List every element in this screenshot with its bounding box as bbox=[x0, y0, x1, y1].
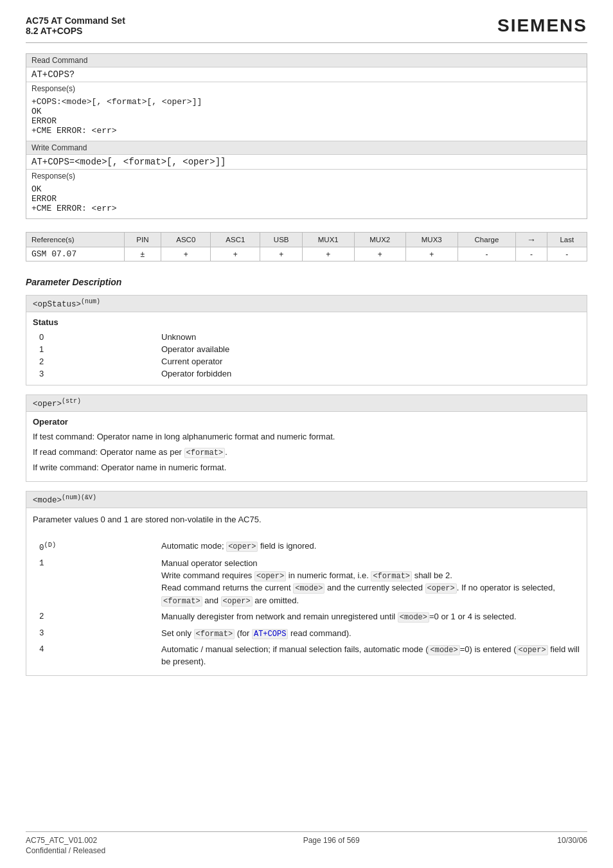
ref-col-asc0: ASC0 bbox=[161, 233, 211, 247]
ref-cell-mux2: + bbox=[354, 247, 406, 261]
ref-cell-charge: - bbox=[458, 247, 516, 261]
table-row: 1 Manual operator selection Write comman… bbox=[33, 556, 580, 609]
mode-desc-4: Automatic / manual selection; if manual … bbox=[161, 642, 580, 670]
ref-col-name: Reference(s) bbox=[26, 233, 125, 247]
command-table: Read Command AT+COPS? Response(s) +COPS:… bbox=[26, 53, 587, 219]
ref-col-arrow: → bbox=[516, 233, 547, 247]
ref-cell-asc0: + bbox=[161, 247, 211, 261]
opstatus-val-2: 2 bbox=[33, 355, 161, 368]
doc-title: AC75 AT Command Set bbox=[26, 15, 125, 26]
mode-val-4: 4 bbox=[33, 642, 161, 670]
opstatus-val-0: 0 bbox=[33, 331, 161, 343]
table-row: 1 Operator available bbox=[33, 343, 580, 355]
param-oper-desc-3: If write command: Operator name in numer… bbox=[33, 461, 580, 474]
param-mode-header: <mode>(num)(&V) bbox=[26, 492, 587, 508]
opstatus-val-3: 3 bbox=[33, 368, 161, 380]
table-row: 0(D) Automatic mode; <oper> field is ign… bbox=[33, 538, 580, 556]
header-divider bbox=[26, 42, 587, 43]
param-mode-block: <mode>(num)(&V) Parameter values 0 and 1… bbox=[26, 491, 587, 676]
mode-val-2: 2 bbox=[33, 609, 161, 625]
ref-col-charge: Charge bbox=[458, 233, 516, 247]
header-right: SIEMENS bbox=[497, 15, 587, 36]
mode-val-1: 1 bbox=[33, 556, 161, 609]
mode-desc-1: Manual operator selection Write command … bbox=[161, 556, 580, 609]
read-response-block: +COPS:<mode>[, <format>[, <oper>]] OK ER… bbox=[26, 95, 587, 141]
mode-table: 0(D) Automatic mode; <oper> field is ign… bbox=[33, 538, 580, 670]
footer-status: Confidential / Released bbox=[26, 846, 105, 855]
table-row: 4 Automatic / manual selection; if manua… bbox=[33, 642, 580, 670]
param-opstatus-subtitle: Status bbox=[33, 317, 580, 327]
opstatus-desc-0: Unknown bbox=[161, 331, 580, 343]
table-row: 2 Current operator bbox=[33, 355, 580, 368]
table-row: 0 Unknown bbox=[33, 331, 580, 343]
ref-cell-last: - bbox=[547, 247, 587, 261]
mode-val-3: 3 bbox=[33, 626, 161, 642]
brand-logo: SIEMENS bbox=[497, 15, 587, 36]
write-response-label: Response(s) bbox=[26, 170, 587, 182]
ref-col-mux1: MUX1 bbox=[303, 233, 355, 247]
param-oper-header: <oper>(str) bbox=[26, 395, 587, 412]
read-response-label: Response(s) bbox=[26, 82, 587, 95]
table-row: 3 Operator forbidden bbox=[33, 368, 580, 380]
ref-col-mux3: MUX3 bbox=[406, 233, 458, 247]
read-command-label: Read Command bbox=[26, 54, 587, 67]
param-oper-block: <oper>(str) Operator If test command: Op… bbox=[26, 394, 587, 482]
ref-row-name: GSM 07.07 bbox=[26, 247, 125, 261]
ref-cell-asc1: + bbox=[211, 247, 260, 261]
param-oper-desc-1: If test command: Operator name in long a… bbox=[33, 430, 580, 443]
param-oper-subtitle: Operator bbox=[33, 417, 580, 427]
ref-col-last: Last bbox=[547, 233, 587, 247]
ref-col-mux2: MUX2 bbox=[354, 233, 406, 247]
opstatus-desc-2: Current operator bbox=[161, 355, 580, 368]
page-header: AC75 AT Command Set 8.2 AT+COPS SIEMENS bbox=[26, 15, 587, 36]
reference-table: Reference(s) PIN ASC0 ASC1 USB MUX1 MUX2… bbox=[26, 232, 587, 261]
footer-doc-id: AC75_ATC_V01.002 bbox=[26, 836, 105, 845]
section-title: Parameter Description bbox=[26, 277, 587, 287]
param-mode-intro: Parameter values 0 and 1 are stored non-… bbox=[33, 513, 580, 526]
param-opstatus-block: <opStatus>(num) Status 0 Unknown 1 Opera… bbox=[26, 295, 587, 385]
table-row: 3 Set only <format> (for AT+COPS read co… bbox=[33, 626, 580, 642]
table-row: 2 Manually deregister from network and r… bbox=[33, 609, 580, 625]
mode-desc-0: Automatic mode; <oper> field is ignored. bbox=[161, 538, 580, 556]
page-footer: AC75_ATC_V01.002 Confidential / Released… bbox=[26, 831, 587, 855]
opstatus-val-1: 1 bbox=[33, 343, 161, 355]
write-command-label: Write Command bbox=[26, 141, 587, 155]
ref-col-usb: USB bbox=[260, 233, 303, 247]
write-response-block: OK ERROR +CME ERROR: <err> bbox=[26, 182, 587, 218]
param-oper-content: Operator If test command: Operator name … bbox=[26, 412, 587, 481]
opstatus-desc-1: Operator available bbox=[161, 343, 580, 355]
ref-cell-arrow: - bbox=[516, 247, 547, 261]
read-command-code: AT+COPS? bbox=[26, 67, 587, 82]
opstatus-table: 0 Unknown 1 Operator available 2 Current… bbox=[33, 331, 580, 380]
doc-subtitle: 8.2 AT+COPS bbox=[26, 26, 125, 36]
header-left: AC75 AT Command Set 8.2 AT+COPS bbox=[26, 15, 125, 36]
param-opstatus-header: <opStatus>(num) bbox=[26, 296, 587, 312]
opstatus-desc-3: Operator forbidden bbox=[161, 368, 580, 380]
ref-col-pin: PIN bbox=[124, 233, 161, 247]
footer-date: 10/30/06 bbox=[557, 836, 587, 855]
param-oper-desc-2: If read command: Operator name as per <f… bbox=[33, 446, 580, 459]
ref-cell-usb: + bbox=[260, 247, 303, 261]
param-opstatus-content: Status 0 Unknown 1 Operator available 2 … bbox=[26, 312, 587, 385]
ref-col-asc1: ASC1 bbox=[211, 233, 260, 247]
param-mode-content: Parameter values 0 and 1 are stored non-… bbox=[26, 508, 587, 675]
write-command-code: AT+COPS=<mode>[, <format>[, <oper>]] bbox=[26, 155, 587, 170]
mode-desc-2: Manually deregister from network and rem… bbox=[161, 609, 580, 625]
ref-cell-pin: ± bbox=[124, 247, 161, 261]
ref-cell-mux1: + bbox=[303, 247, 355, 261]
mode-desc-3: Set only <format> (for AT+COPS read comm… bbox=[161, 626, 580, 642]
table-row: GSM 07.07 ± + + + + + + - - - bbox=[26, 247, 587, 261]
mode-val-0: 0(D) bbox=[33, 538, 161, 556]
ref-cell-mux3: + bbox=[406, 247, 458, 261]
footer-left: AC75_ATC_V01.002 Confidential / Released bbox=[26, 836, 105, 855]
footer-page: Page 196 of 569 bbox=[303, 836, 360, 855]
